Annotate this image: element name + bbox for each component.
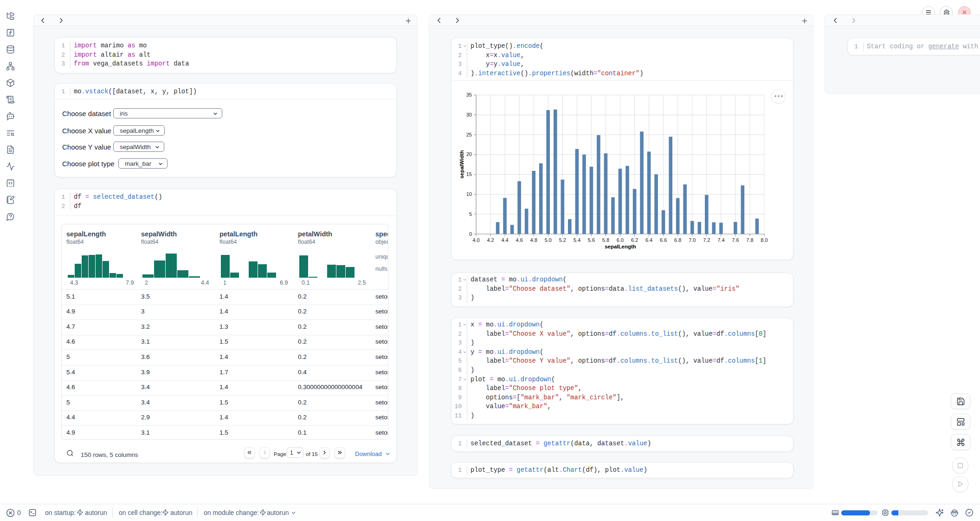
svg-text:8.0: 8.0	[761, 237, 767, 243]
svg-text:6.0: 6.0	[617, 237, 624, 243]
svg-text:0: 0	[469, 231, 472, 237]
svg-text:5.0: 5.0	[545, 237, 552, 243]
svg-text:20: 20	[466, 151, 472, 157]
svg-text:4.6: 4.6	[516, 237, 523, 243]
svg-text:4.4: 4.4	[501, 237, 508, 243]
svg-text:4.2: 4.2	[487, 237, 494, 243]
svg-text:7.6: 7.6	[732, 237, 739, 243]
svg-text:5.6: 5.6	[588, 237, 595, 243]
svg-text:7.0: 7.0	[689, 237, 696, 243]
svg-text:6.6: 6.6	[660, 237, 667, 243]
svg-text:sepalLength: sepalLength	[605, 244, 636, 249]
svg-text:5: 5	[469, 211, 472, 217]
svg-text:15: 15	[466, 171, 472, 177]
svg-text:7.4: 7.4	[717, 237, 724, 243]
svg-text:5.2: 5.2	[559, 237, 566, 243]
svg-text:5.8: 5.8	[602, 237, 609, 243]
svg-text:7.8: 7.8	[746, 237, 753, 243]
svg-text:30: 30	[466, 112, 472, 117]
svg-text:6.4: 6.4	[645, 237, 652, 243]
svg-text:6.8: 6.8	[674, 237, 681, 243]
svg-text:10: 10	[466, 191, 472, 197]
svg-text:4.0: 4.0	[472, 237, 479, 243]
svg-text:6.2: 6.2	[631, 237, 638, 243]
svg-text:7.2: 7.2	[703, 237, 710, 243]
svg-text:35: 35	[466, 92, 472, 98]
svg-text:5.4: 5.4	[574, 237, 580, 243]
svg-text:4.8: 4.8	[530, 237, 537, 243]
svg-text:25: 25	[466, 132, 472, 137]
svg-text:sepalWidth: sepalWidth	[459, 150, 464, 178]
